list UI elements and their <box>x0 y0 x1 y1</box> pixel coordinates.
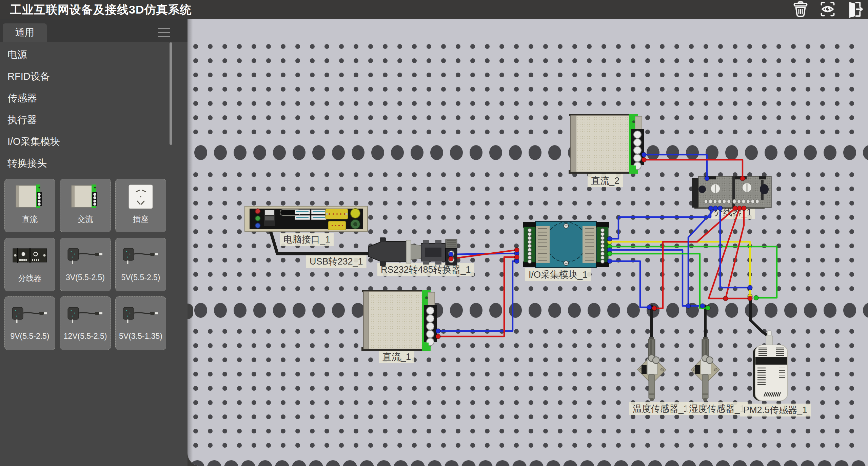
tile-8[interactable]: 5V(3.5-1.35) <box>115 296 166 350</box>
device-label-io1: I/O采集模块_1 <box>529 270 588 280</box>
tile-0[interactable]: 直流 <box>4 179 55 232</box>
device-io1[interactable] <box>523 221 609 268</box>
simulation-canvas[interactable]: 直流_2电脑接口_1USB转232_1RS232转485转换器_1I/O采集模块… <box>188 19 868 466</box>
device-label-dc1: 直流_1 <box>382 352 411 362</box>
tile-label: 5V(5.5-2.5) <box>116 273 166 282</box>
sidebar-item-3[interactable]: 执行器 <box>0 109 188 131</box>
adapter-icon <box>116 297 166 332</box>
tile-label: 9V(5.5-2.5) <box>5 332 55 341</box>
device-label-conv1: RS232转485转换器_1 <box>381 265 471 275</box>
tile-1[interactable]: 交流 <box>60 179 111 232</box>
title-bar: 工业互联网设备及接线3D仿真系统 <box>0 0 868 19</box>
app-window: 工业互联网设备及接线3D仿真系统 <box>0 0 868 466</box>
device-sp1[interactable] <box>692 176 771 209</box>
device-label-dc2: 直流_2 <box>591 176 619 186</box>
device-dc2[interactable] <box>569 114 644 174</box>
eye-icon <box>818 0 837 20</box>
sidebar-item-2[interactable]: 传感器 <box>0 87 188 109</box>
device-label-usb1: USB转232_1 <box>310 256 363 267</box>
exit-icon <box>845 0 865 20</box>
tile-3[interactable]: 分线器 <box>4 238 55 291</box>
tile-7[interactable]: 12V(5.5-2.5) <box>60 296 111 350</box>
scene-svg: 直流_2电脑接口_1USB转232_1RS232转485转换器_1I/O采集模块… <box>188 19 868 466</box>
tile-4[interactable]: 3V(5.5-2.5) <box>60 238 111 291</box>
app-title: 工业互联网设备及接线3D仿真系统 <box>10 0 192 19</box>
device-label-h1: 湿度传感器_1 <box>689 404 745 414</box>
tile-label: 交流 <box>60 214 111 225</box>
adapter-icon <box>5 297 55 332</box>
splitter-icon <box>5 238 55 273</box>
menu-icon[interactable] <box>158 28 170 38</box>
sidebar-item-0[interactable]: 电源 <box>0 44 188 65</box>
device-pc1[interactable] <box>245 206 368 231</box>
device-pm1[interactable] <box>753 331 788 401</box>
device-label-pm1: PM2.5传感器_1 <box>743 405 807 415</box>
psu-icon <box>5 179 55 214</box>
device-h1[interactable] <box>691 337 719 401</box>
socket-icon <box>116 179 166 214</box>
preview-button[interactable] <box>818 1 837 19</box>
sidebar-item-5[interactable]: 转换接头 <box>0 152 188 174</box>
tile-label: 5V(3.5-1.35) <box>116 332 166 341</box>
psu-icon <box>60 179 111 214</box>
menu-scrollbar[interactable] <box>170 42 172 145</box>
toolbar <box>791 1 865 19</box>
sidebar-item-4[interactable]: I/O采集模块 <box>0 131 188 152</box>
category-menu: 电源RFID设备传感器执行器I/O采集模块转换接头 <box>0 44 188 174</box>
tile-label: 插座 <box>116 214 166 225</box>
delete-button[interactable] <box>791 1 810 19</box>
trash-icon <box>791 0 810 20</box>
tile-label: 分线器 <box>5 273 55 284</box>
exit-button[interactable] <box>845 1 865 19</box>
component-sidebar: 通用 电源RFID设备传感器执行器I/O采集模块转换接头 直流交流插座分线器3V… <box>0 19 188 466</box>
sidebar-item-1[interactable]: RFID设备 <box>0 65 188 87</box>
adapter-icon <box>60 238 111 273</box>
tab-general[interactable]: 通用 <box>3 23 47 42</box>
wire-blue-18[interactable] <box>610 208 711 239</box>
tile-label: 直流 <box>5 214 55 225</box>
tile-label: 12V(5.5-2.5) <box>60 332 111 341</box>
tile-2[interactable]: 插座 <box>115 179 166 232</box>
adapter-icon <box>116 238 166 273</box>
tile-5[interactable]: 5V(5.5-2.5) <box>115 238 166 291</box>
device-dc1[interactable] <box>361 290 437 351</box>
device-label-t1: 温度传感器_1 <box>633 404 689 414</box>
tile-label: 3V(5.5-2.5) <box>60 273 111 282</box>
wire-blue-14[interactable] <box>610 261 649 307</box>
adapter-icon <box>60 297 111 332</box>
device-label-pc1: 电脑接口_1 <box>283 234 330 245</box>
tile-6[interactable]: 9V(5.5-2.5) <box>4 296 55 350</box>
